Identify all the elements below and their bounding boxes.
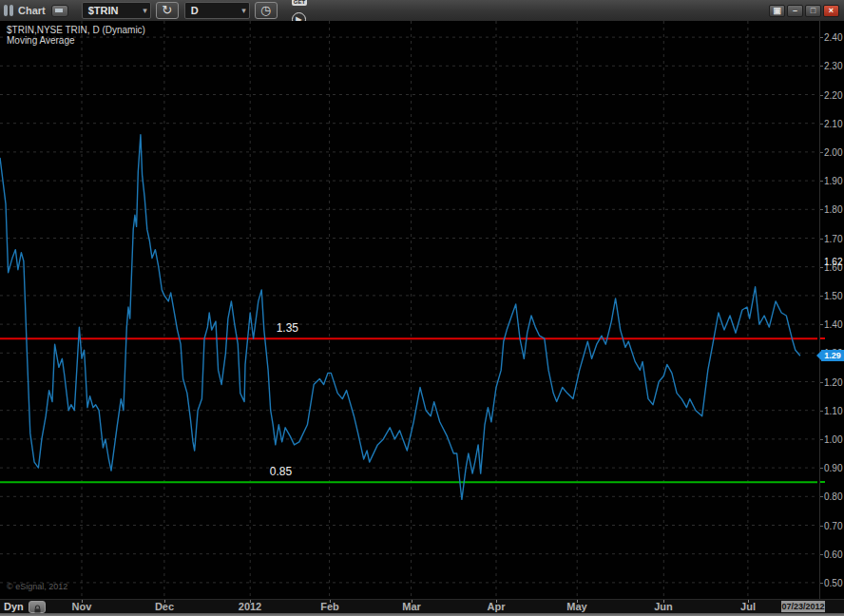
last-date-box: 07/23/2012 xyxy=(781,601,825,612)
y-axis-tick xyxy=(820,296,823,297)
y-axis-tick-label: 1.90 xyxy=(824,176,842,186)
y-axis-tick-label: 1.20 xyxy=(824,377,842,388)
chart-study-label: Moving Average xyxy=(7,35,75,46)
copyright: © eSignal, 2012 xyxy=(7,582,67,591)
dyn-label: Dyn xyxy=(4,601,24,612)
y-axis-tick xyxy=(820,239,823,240)
x-axis-month-label: Nov xyxy=(72,601,92,612)
esignal-logo-icon xyxy=(4,5,13,16)
y-axis-tick xyxy=(820,554,823,555)
y-axis-tick-label: 1.50 xyxy=(824,291,842,301)
lock-icon xyxy=(33,605,42,613)
dyn-lock-button[interactable] xyxy=(29,601,46,613)
y-axis-tick xyxy=(820,66,823,67)
x-axis-month-label: Dec xyxy=(155,601,174,612)
y-axis-tick-label: 1.10 xyxy=(824,406,842,416)
x-axis-month-label: 2012 xyxy=(239,601,261,612)
y-axis-tick-label: 1.70 xyxy=(824,234,842,244)
x-axis-month-label: Mar xyxy=(402,601,421,612)
x-axis-month-label: Jul xyxy=(740,601,756,612)
window-controls: ▣–□× xyxy=(769,5,839,17)
y-axis-tick xyxy=(820,468,823,469)
x-axis-month-label: May xyxy=(566,601,586,612)
y-axis-tick-label: 2.10 xyxy=(824,119,842,129)
y-axis-tick xyxy=(820,526,823,527)
chart-canvas xyxy=(0,21,819,599)
y-axis-tick xyxy=(820,181,823,182)
y-axis-tick-label: 2.40 xyxy=(824,32,842,43)
y-axis-tick-label: 2.30 xyxy=(824,61,842,71)
axis-line-marker xyxy=(820,481,825,483)
clock-icon: ◷ xyxy=(260,3,271,17)
y-axis-tick xyxy=(820,209,823,210)
time-template-button[interactable]: ◷ xyxy=(255,2,278,19)
minimize-button[interactable]: – xyxy=(787,5,803,17)
y-axis-tick-label: 1.40 xyxy=(824,319,842,330)
hline-value-label: 1.35 xyxy=(277,321,298,335)
maximize-button[interactable]: □ xyxy=(805,5,821,17)
y-axis-tick xyxy=(820,382,823,383)
y-axis-tick-label: 2.00 xyxy=(824,147,842,158)
interval-dropdown[interactable]: D ▾ xyxy=(184,2,250,19)
y-axis-tick xyxy=(820,152,823,153)
y-axis-tick-label: 1.00 xyxy=(824,434,842,445)
y-axis-tick xyxy=(820,37,823,38)
y-axis-tick-label: 0.70 xyxy=(824,521,842,531)
hline-value-label: 0.85 xyxy=(270,465,292,478)
layout-badge-icon[interactable] xyxy=(51,5,68,17)
y-axis-tick-label: 0.50 xyxy=(824,578,842,588)
chart-title: $TRIN,NYSE TRIN, D (Dynamic) xyxy=(7,25,145,35)
x-axis-month-label: Feb xyxy=(320,601,339,612)
refresh-icon: ↻ xyxy=(162,3,172,17)
ma-value-label: 1.62 xyxy=(824,257,842,267)
y-axis-tick-label: 1.80 xyxy=(824,204,842,215)
chevron-down-icon: ▾ xyxy=(143,6,147,15)
get-quote-icon: GET xyxy=(292,0,307,6)
y-axis-tick xyxy=(820,95,823,96)
restore-button[interactable]: ▣ xyxy=(769,5,785,17)
y-axis-tick xyxy=(820,496,823,497)
last-price-tag: 1.29 xyxy=(821,350,844,361)
price-axis[interactable]: 2.402.302.202.102.001.901.801.701.601.50… xyxy=(820,21,844,599)
chevron-down-icon: ▾ xyxy=(241,6,246,15)
close-button[interactable]: × xyxy=(823,5,839,17)
y-axis-tick-label: 0.60 xyxy=(824,549,842,560)
window-title: Chart xyxy=(18,5,46,16)
refresh-button[interactable]: ↻ xyxy=(156,2,179,19)
y-axis-tick xyxy=(820,411,823,412)
y-axis-tick xyxy=(820,124,823,125)
axis-line-marker xyxy=(820,337,825,339)
y-axis-tick-label: 0.80 xyxy=(824,491,842,502)
x-axis-month-label: Apr xyxy=(488,601,506,612)
y-axis-tick xyxy=(820,439,823,440)
toolbar: Chart $TRIN ▾ ↻ D ▾ ◷ ✎↷GET▶A ▣–□× xyxy=(0,0,844,22)
y-axis-tick xyxy=(820,583,823,584)
y-axis-tick xyxy=(820,324,823,325)
x-axis-month-label: Jun xyxy=(654,601,673,612)
time-axis[interactable]: Dyn 07/23/2012 NovDec2012FebMarAprMayJun… xyxy=(0,599,844,614)
symbol-value: $TRIN xyxy=(88,5,119,16)
y-axis-tick-label: 2.20 xyxy=(824,90,842,101)
app-window: Chart $TRIN ▾ ↻ D ▾ ◷ ✎↷GET▶A ▣–□× $TRIN… xyxy=(0,0,844,616)
y-axis-tick-label: 0.90 xyxy=(824,463,842,473)
y-axis-tick xyxy=(820,267,823,268)
get-quote-button[interactable]: GET xyxy=(288,0,311,10)
symbol-dropdown[interactable]: $TRIN ▾ xyxy=(82,2,151,19)
interval-value: D xyxy=(191,5,199,16)
chart-plot[interactable]: $TRIN,NYSE TRIN, D (Dynamic) Moving Aver… xyxy=(0,21,820,599)
